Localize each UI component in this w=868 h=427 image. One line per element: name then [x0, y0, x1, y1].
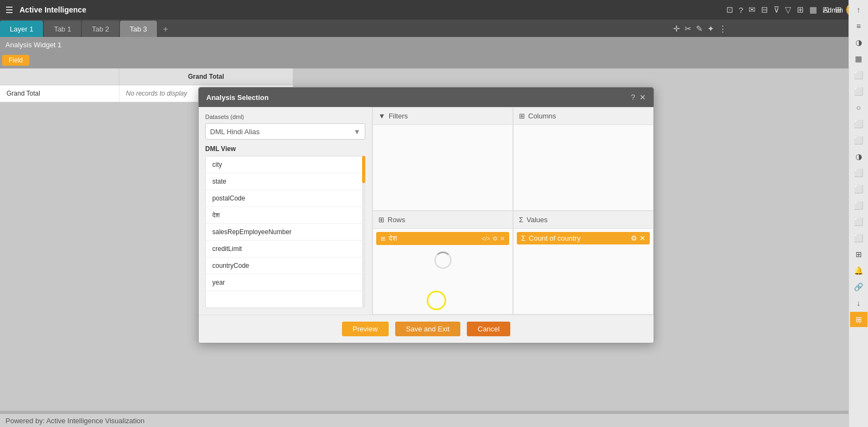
grid-icon[interactable]: ▦: [809, 5, 817, 15]
preview-button[interactable]: Preview: [342, 322, 389, 336]
values-item-delete-icon[interactable]: ✕: [639, 234, 645, 242]
dropdown-arrow-icon: ▼: [353, 128, 360, 136]
tab-layer1[interactable]: Layer 1: [0, 21, 43, 37]
dialog-close-icon[interactable]: ✕: [639, 93, 646, 102]
rows-item-code-icon[interactable]: </>: [481, 235, 490, 242]
filter2-icon[interactable]: ▽: [785, 5, 791, 15]
cancel-button[interactable]: Cancel: [467, 322, 510, 336]
sidebar-box3-icon[interactable]: ⬜: [850, 116, 867, 131]
mail-icon[interactable]: ✉: [749, 5, 756, 15]
field-item-year[interactable]: year: [206, 274, 365, 291]
filters-label: Filters: [389, 112, 408, 120]
dml-view-label: DML View: [205, 145, 365, 153]
field-item-postalcode[interactable]: postalCode: [206, 190, 365, 207]
edit-icon[interactable]: ✎: [696, 24, 703, 34]
values-section: Σ Values Σ Count of country ⚙ ✕: [513, 211, 654, 315]
columns-header: ⊞ Columns: [514, 108, 653, 125]
cut-icon[interactable]: ✂: [685, 24, 692, 34]
values-header: Σ Values: [514, 211, 653, 229]
dialog-footer: Preview Save and Exit Cancel: [199, 315, 654, 343]
sidebar-box6-icon[interactable]: ⬜: [850, 181, 867, 197]
left-panel: Datasets (dml) DML Hindi Alias ▼ DML Vie…: [199, 107, 372, 315]
loading-spinner: [434, 252, 452, 269]
sidebar-chart-icon[interactable]: ◑: [850, 35, 867, 50]
filter-icon[interactable]: ⊽: [774, 5, 780, 15]
field-list[interactable]: city state postalCode देश salesRepEmploy…: [205, 156, 365, 308]
dialog-help-icon[interactable]: ?: [631, 93, 635, 102]
more-icon[interactable]: ⋮: [719, 24, 727, 34]
field-list-container: city state postalCode देश salesRepEmploy…: [205, 156, 365, 308]
values-item-count-country[interactable]: Σ Count of country ⚙ ✕: [517, 232, 650, 244]
rows-item-gear-icon[interactable]: ⚙: [492, 235, 498, 242]
rows-item-actions: </> ⚙ ✕: [481, 235, 505, 242]
rows-item-delete-icon[interactable]: ✕: [500, 235, 505, 242]
table-icon[interactable]: ⊞: [797, 5, 804, 15]
sidebar-grid-icon[interactable]: ⊞: [850, 247, 867, 262]
dialog-body: Datasets (dml) DML Hindi Alias ▼ DML Vie…: [199, 107, 654, 315]
sidebar-down-icon[interactable]: ↓: [850, 296, 867, 311]
sidebar-bar-icon[interactable]: ▦: [850, 51, 867, 66]
values-item-gear-icon[interactable]: ⚙: [631, 234, 637, 242]
tab-tab2[interactable]: Tab 2: [82, 21, 119, 37]
sidebar-box7-icon[interactable]: ⬜: [850, 198, 867, 213]
sidebar-half-circle-icon[interactable]: ◑: [850, 149, 867, 164]
app-title: Active Intelligence: [20, 5, 86, 14]
sidebar-list-icon[interactable]: ≡: [850, 18, 867, 34]
move-icon[interactable]: ✛: [673, 24, 680, 34]
table-header-grand-total: Grand Total: [119, 68, 293, 85]
tab-add-button[interactable]: +: [158, 22, 173, 37]
widget-toolbar: Field: [0, 52, 848, 68]
help-icon[interactable]: ?: [739, 5, 743, 15]
dialog-title: Analysis Selection: [206, 93, 269, 102]
field-button[interactable]: Field: [2, 55, 29, 66]
tab-tab1[interactable]: Tab 1: [44, 21, 81, 37]
field-item-creditlimit[interactable]: creditLimit: [206, 241, 365, 258]
settings-icon[interactable]: ✦: [707, 24, 714, 34]
field-item-state[interactable]: state: [206, 173, 365, 190]
field-item-salesrep[interactable]: salesRepEmployeeNumber: [206, 224, 365, 241]
sidebar-link-icon[interactable]: 🔗: [850, 279, 867, 294]
rows-icon: ⊞: [378, 216, 384, 224]
values-item-actions: ⚙ ✕: [631, 234, 645, 242]
widget-toolbar-icons: ✛ ✂ ✎ ✦ ⋮: [673, 21, 727, 37]
monitor-icon[interactable]: ⊟: [761, 5, 768, 15]
analysis-selection-dialog: Analysis Selection ? ✕ Datasets (dml) DM…: [198, 87, 654, 343]
status-bar: Powered by: Active Intelligence Visualiz…: [0, 414, 848, 427]
sigma-icon: Σ: [519, 216, 523, 224]
sidebar-box2-icon[interactable]: ⬜: [850, 84, 867, 99]
spinner-container: [376, 247, 509, 273]
sidebar-box8-icon[interactable]: ⬜: [850, 214, 867, 229]
rows-label: Rows: [388, 216, 406, 224]
values-label: Values: [527, 216, 548, 224]
sidebar-accent-icon[interactable]: ⊞: [850, 312, 867, 327]
field-item-desh[interactable]: देश: [206, 207, 365, 224]
field-item-city[interactable]: city: [206, 156, 365, 173]
hamburger-menu-icon[interactable]: ☰: [5, 5, 13, 15]
filter-icon: ▼: [378, 112, 385, 120]
sidebar-box5-icon[interactable]: ⬜: [850, 165, 867, 180]
values-body[interactable]: Σ Count of country ⚙ ✕: [514, 229, 653, 314]
sidebar-box4-icon[interactable]: ⬜: [850, 133, 867, 148]
field-item-countrycode[interactable]: countryCode: [206, 258, 365, 274]
status-text: Powered by: Active Intelligence Visualiz…: [5, 417, 144, 425]
columns-body[interactable]: [514, 125, 653, 210]
rows-body[interactable]: ⊞ देश </> ⚙ ✕: [373, 229, 512, 314]
rows-section: ⊞ Rows ⊞ देश </> ⚙ ✕: [372, 211, 513, 315]
tab-tab3[interactable]: Tab 3: [120, 21, 157, 37]
save-icon[interactable]: ⊡: [726, 5, 733, 15]
sidebar-box9-icon[interactable]: ⬜: [850, 230, 867, 246]
rows-item-table-icon: ⊞: [381, 235, 385, 242]
widget-header: Analysis Widget 1: [0, 37, 848, 52]
filters-body[interactable]: [373, 125, 512, 210]
sidebar-up-icon[interactable]: ↑: [850, 2, 867, 17]
widget-title: Analysis Widget 1: [5, 41, 61, 49]
rows-item-desh[interactable]: ⊞ देश </> ⚙ ✕: [376, 232, 509, 245]
save-and-exit-button[interactable]: Save and Exit: [395, 322, 460, 336]
sidebar-bell-icon[interactable]: 🔔: [850, 263, 867, 278]
sidebar-circle-icon[interactable]: ○: [850, 100, 867, 115]
filters-section: ▼ Filters: [372, 107, 513, 211]
admin-name: Admin: [823, 6, 843, 14]
sidebar-box1-icon[interactable]: ⬜: [850, 67, 867, 83]
dataset-label: Datasets (dml): [205, 114, 365, 120]
dataset-select[interactable]: DML Hindi Alias ▼: [205, 123, 365, 140]
